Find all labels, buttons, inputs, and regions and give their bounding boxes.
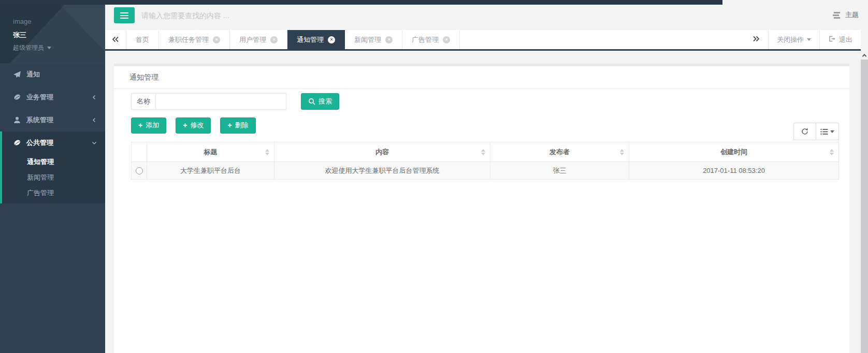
add-button[interactable]: + 添加: [131, 117, 166, 134]
column-header-content[interactable]: 内容: [274, 142, 490, 162]
sidebar-nav: 通知 业务管理 系统管理 公共管理: [0, 63, 105, 203]
hamburger-icon: [120, 12, 128, 13]
delete-button[interactable]: + 删除: [220, 117, 255, 134]
tab-close-icon[interactable]: [328, 36, 335, 43]
tab-close-icon[interactable]: [270, 36, 278, 43]
column-header-created-at[interactable]: 创建时间: [629, 142, 839, 162]
search-button[interactable]: 搜索: [301, 93, 339, 110]
leaf-icon: [13, 139, 22, 147]
edit-button[interactable]: + 修改: [176, 117, 211, 134]
profile-role-label: 超级管理员: [13, 43, 44, 52]
avatar-placeholder: image: [13, 18, 92, 25]
sidebar-item-label: 业务管理: [26, 93, 53, 102]
tab-label: 新闻管理: [354, 35, 381, 45]
refresh-button[interactable]: [793, 123, 816, 140]
chevron-up-icon: [862, 54, 866, 58]
tab-news-mgmt[interactable]: 新闻管理: [345, 30, 402, 49]
sidebar: image 张三 超级管理员 通知 业务管理 系统管理: [0, 0, 105, 353]
sidebar-item-label: 系统管理: [26, 115, 53, 125]
sidebar-toggle-button[interactable]: [114, 7, 135, 23]
sidebar-item-business-mgmt[interactable]: 业务管理: [0, 86, 105, 109]
sidebar-item-system-mgmt[interactable]: 系统管理: [0, 109, 105, 131]
tab-close-icon[interactable]: [385, 36, 393, 43]
sidebar-subitem-notice-mgmt[interactable]: 通知管理: [2, 154, 105, 170]
row-publisher-cell: 张三: [490, 162, 629, 180]
list-view-dropdown-button[interactable]: [816, 123, 839, 140]
tab-home[interactable]: 首页: [126, 30, 159, 49]
logout-button[interactable]: 退出: [819, 30, 861, 49]
row-title-cell: 大学生兼职平台后台: [147, 162, 274, 180]
chevron-down-icon: [91, 140, 97, 146]
table-toolbar-group: [793, 123, 839, 140]
caret-down-icon: [807, 38, 811, 43]
scrollbar-thumb[interactable]: [861, 60, 868, 353]
tabs-scroll-right-button[interactable]: [744, 30, 768, 49]
tab-label: 首页: [136, 35, 149, 45]
tab-close-icon[interactable]: [443, 36, 450, 43]
name-filter-input[interactable]: [155, 93, 286, 110]
profile-name: 张三: [13, 31, 92, 40]
close-operations-label: 关闭操作: [777, 35, 804, 45]
scrollbar-up-button[interactable]: [861, 51, 868, 60]
column-header-publisher[interactable]: 发布者: [490, 142, 629, 162]
sign-out-icon: [828, 35, 836, 44]
angle-double-left-icon: [112, 35, 119, 45]
tab-label: 用户管理: [239, 35, 266, 45]
leaf-icon: [13, 93, 22, 101]
logout-label: 退出: [839, 35, 852, 45]
plus-icon: +: [227, 122, 232, 129]
sidebar-item-notice[interactable]: 通知: [0, 63, 105, 86]
row-select-cell: [132, 162, 147, 180]
table-header-row: 标题 内容 发布者 创建时间: [132, 142, 839, 162]
tab-parttime-task-mgmt[interactable]: 兼职任务管理: [159, 30, 230, 49]
theme-label: 主题: [845, 10, 859, 20]
caret-down-icon: [830, 130, 834, 135]
plus-icon: +: [183, 122, 187, 129]
angle-double-right-icon: [753, 36, 760, 43]
profile-role-dropdown[interactable]: 超级管理员: [13, 43, 51, 52]
user-icon: [13, 116, 22, 124]
global-search-input[interactable]: [140, 7, 363, 23]
tab-label: 兼职任务管理: [168, 35, 209, 45]
sidebar-subitem-news-mgmt[interactable]: 新闻管理: [2, 170, 105, 185]
name-filter-group: 名称: [131, 93, 286, 110]
sidebar-subitem-ad-mgmt[interactable]: 广告管理: [2, 185, 105, 201]
sidebar-item-public-mgmt[interactable]: 公共管理: [2, 131, 105, 154]
tabbar-spacer: [460, 30, 744, 49]
search-icon: [308, 98, 315, 105]
profile-section: image 张三 超级管理员: [0, 0, 105, 63]
row-select-radio[interactable]: [136, 167, 143, 174]
filter-row: 名称 搜索: [131, 93, 839, 110]
close-operations-dropdown[interactable]: 关闭操作: [768, 30, 819, 49]
sort-icon: [265, 149, 269, 155]
refresh-icon: [801, 127, 809, 136]
tab-close-icon[interactable]: [213, 36, 220, 43]
panel-body: 名称 搜索 + 添加 + 修改: [114, 89, 849, 190]
sort-icon: [481, 149, 485, 155]
select-column-header: [132, 142, 147, 162]
plus-icon: +: [138, 122, 142, 129]
list-view-icon: [820, 128, 828, 135]
tab-notice-mgmt[interactable]: 通知管理: [287, 30, 345, 49]
sidebar-item-label: 公共管理: [26, 138, 53, 148]
sort-icon: [620, 149, 624, 155]
notice-mgmt-panel: 通知管理 名称 搜索 + 添加: [114, 64, 849, 353]
tab-user-mgmt[interactable]: 用户管理: [230, 30, 287, 49]
delete-button-label: 删除: [235, 121, 249, 130]
column-header-title[interactable]: 标题: [147, 142, 274, 162]
layers-icon: [833, 11, 841, 19]
sort-icon: [830, 149, 834, 155]
row-content-cell: 欢迎使用大学生兼职平台后台管理系统: [274, 162, 490, 180]
tabs-scroll-left-button[interactable]: [105, 30, 126, 49]
notice-table: 标题 内容 发布者 创建时间: [131, 142, 839, 180]
table-row[interactable]: 大学生兼职平台后台 欢迎使用大学生兼职平台后台管理系统 张三 2017-01-1…: [132, 162, 839, 180]
panel-title: 通知管理: [114, 66, 849, 89]
paper-plane-icon: [13, 70, 22, 79]
content-area: 通知管理 名称 搜索 + 添加: [105, 51, 861, 353]
vertical-scrollbar[interactable]: [861, 51, 868, 353]
theme-switcher[interactable]: 主题: [833, 0, 859, 30]
tab-ad-mgmt[interactable]: 广告管理: [402, 30, 460, 49]
top-dark-strip: [0, 0, 722, 5]
row-created-at-cell: 2017-01-11 08:53:20: [629, 162, 839, 180]
search-button-label: 搜索: [319, 97, 332, 106]
